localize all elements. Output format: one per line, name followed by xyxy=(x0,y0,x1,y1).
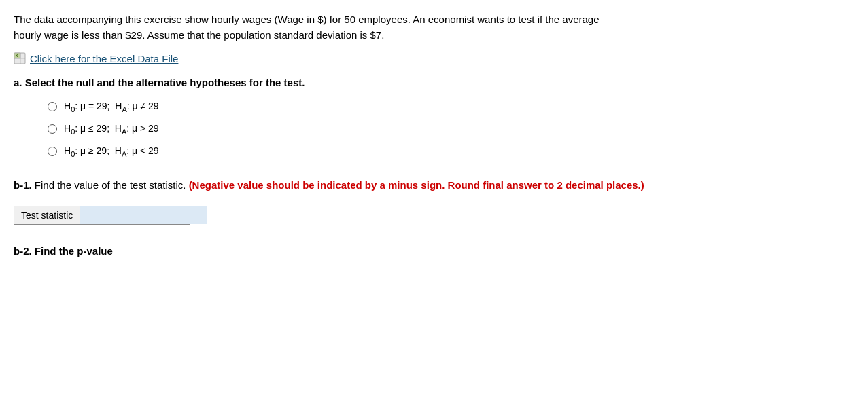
radio-h2[interactable] xyxy=(48,124,57,134)
question-b2-label: b-2. xyxy=(14,245,32,257)
intro-line2: hourly wage is less than $29. Assume tha… xyxy=(14,29,384,41)
hypothesis-option-1[interactable]: H0: μ = 29; HA: μ ≠ 29 xyxy=(48,100,854,113)
hypothesis-text-3: H0: μ ≥ 29; HA: μ < 29 xyxy=(64,145,159,158)
question-a-text: Select the null and the alternative hypo… xyxy=(22,77,305,88)
question-b1-letter: b-1. xyxy=(14,179,32,191)
hypothesis-option-3[interactable]: H0: μ ≥ 29; HA: μ < 29 xyxy=(48,145,854,158)
question-b1-label: b-1. Find the value of the test statisti… xyxy=(14,179,644,191)
question-b2-text: Find the p-value xyxy=(32,245,113,257)
question-b1-normal: Find the value of the test statistic. xyxy=(32,179,189,191)
radio-h1[interactable] xyxy=(48,102,57,111)
radio-h3[interactable] xyxy=(48,147,57,156)
test-statistic-label: Test statistic xyxy=(14,206,80,224)
test-statistic-row: Test statistic xyxy=(14,206,190,225)
question-b1: b-1. Find the value of the test statisti… xyxy=(14,178,854,193)
hypothesis-text-1: H0: μ = 29; HA: μ ≠ 29 xyxy=(64,100,159,113)
question-b1-bold: (Negative value should be indicated by a… xyxy=(189,179,644,191)
excel-icon: X xyxy=(14,52,26,64)
hypotheses-section: H0: μ = 29; HA: μ ≠ 29 H0: μ ≤ 29; HA: μ… xyxy=(48,100,854,158)
excel-link-container: X Click here for the Excel Data File xyxy=(14,52,854,64)
question-b2: b-2. Find the p-value xyxy=(14,245,854,257)
intro-paragraph: The data accompanying this exercise show… xyxy=(14,12,854,43)
question-a-letter: a. xyxy=(14,77,22,88)
hypothesis-option-2[interactable]: H0: μ ≤ 29; HA: μ > 29 xyxy=(48,123,854,136)
question-a-label: a. Select the null and the alternative h… xyxy=(14,77,854,88)
intro-line1: The data accompanying this exercise show… xyxy=(14,14,600,25)
hypothesis-text-2: H0: μ ≤ 29; HA: μ > 29 xyxy=(64,123,159,136)
test-statistic-input[interactable] xyxy=(80,206,207,224)
excel-data-file-link[interactable]: Click here for the Excel Data File xyxy=(30,53,178,64)
